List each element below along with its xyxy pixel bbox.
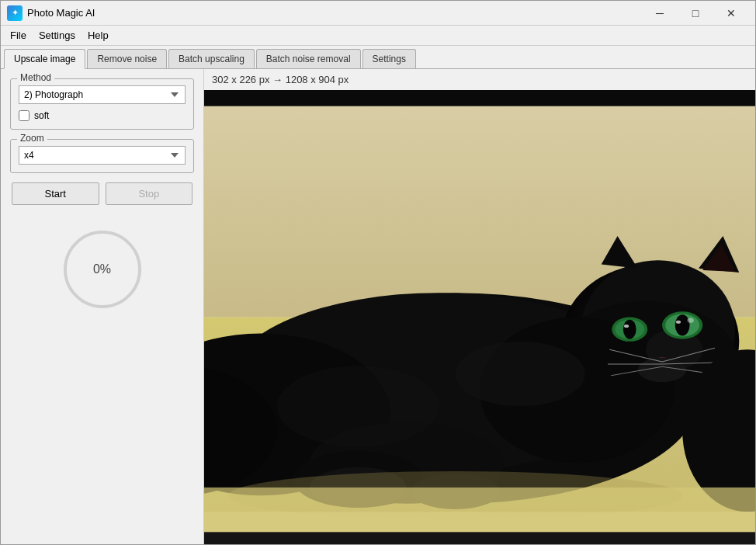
progress-container: 0%: [10, 214, 194, 325]
minimize-button[interactable]: ─: [642, 1, 678, 26]
method-group: Method 1) General 2) Photograph 3) Illus…: [10, 78, 194, 130]
app-icon: ✦: [7, 5, 23, 21]
tab-batch-upscaling[interactable]: Batch upscaling: [168, 49, 255, 68]
svg-point-35: [624, 325, 629, 328]
svg-point-39: [676, 321, 681, 324]
tabbar: Upscale image Remove noise Batch upscali…: [1, 46, 755, 69]
svg-point-34: [623, 320, 636, 339]
menubar: File Settings Help: [1, 26, 755, 46]
svg-point-50: [456, 342, 585, 407]
stop-button[interactable]: Stop: [106, 182, 193, 205]
window-controls: ─ □ ✕: [642, 1, 749, 26]
soft-checkbox-row: soft: [19, 110, 186, 121]
svg-rect-0: [204, 90, 755, 106]
maximize-button[interactable]: □: [678, 1, 713, 26]
image-info: 302 x 226 px → 1208 x 904 px: [204, 69, 755, 90]
method-dropdown[interactable]: 1) General 2) Photograph 3) Illustration: [19, 85, 186, 104]
soft-label[interactable]: soft: [34, 110, 49, 121]
menu-settings[interactable]: Settings: [33, 27, 81, 43]
left-panel: Method 1) General 2) Photograph 3) Illus…: [1, 69, 204, 544]
method-group-label: Method: [17, 72, 54, 83]
zoom-group-label: Zoom: [17, 133, 47, 144]
tab-settings[interactable]: Settings: [362, 49, 416, 68]
svg-point-51: [277, 366, 439, 446]
titlebar: ✦ Photo Magic AI ─ □ ✕: [1, 1, 755, 26]
progress-circle: 0%: [60, 227, 145, 312]
menu-file[interactable]: File: [4, 27, 33, 43]
main-window: ✦ Photo Magic AI ─ □ ✕ File Settings Hel…: [0, 0, 756, 545]
menu-help[interactable]: Help: [81, 27, 115, 43]
zoom-group: Zoom x2 x4 x8: [10, 139, 194, 173]
svg-point-38: [675, 314, 690, 335]
svg-point-40: [687, 318, 693, 323]
start-button[interactable]: Start: [12, 182, 99, 205]
image-container: [204, 90, 755, 544]
svg-rect-56: [204, 532, 755, 544]
right-panel: 302 x 226 px → 1208 x 904 px: [204, 69, 755, 544]
progress-text: 0%: [93, 262, 111, 276]
tab-remove-noise[interactable]: Remove noise: [87, 49, 167, 68]
tab-upscale[interactable]: Upscale image: [4, 49, 85, 69]
tab-batch-noise-removal[interactable]: Batch noise removal: [256, 49, 361, 68]
main-content: Method 1) General 2) Photograph 3) Illus…: [1, 69, 755, 544]
cat-image: [204, 90, 755, 544]
zoom-dropdown[interactable]: x2 x4 x8: [19, 146, 186, 165]
soft-checkbox[interactable]: [19, 110, 29, 121]
action-buttons: Start Stop: [10, 182, 194, 205]
app-title: Photo Magic AI: [27, 7, 642, 19]
close-button[interactable]: ✕: [713, 1, 749, 26]
